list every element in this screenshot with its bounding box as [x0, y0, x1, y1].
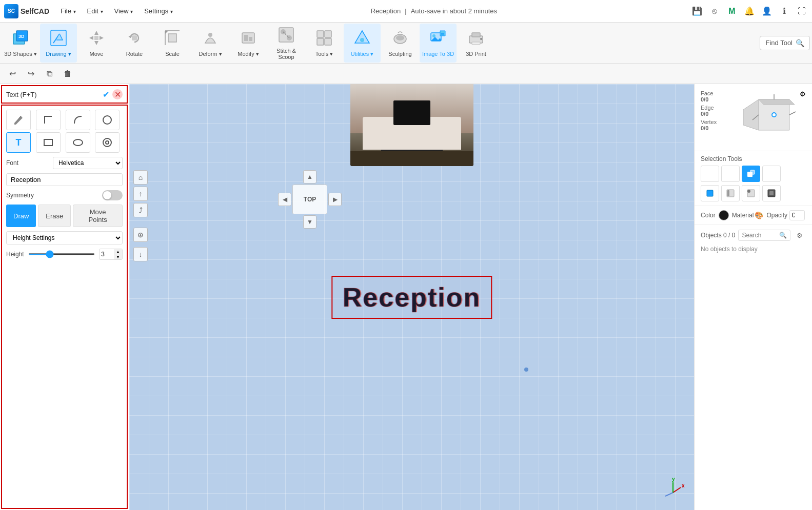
redo-button[interactable]: ↪: [23, 66, 39, 82]
tool-move[interactable]: Move: [78, 24, 115, 63]
tool-utilities[interactable]: Utilities ▾: [344, 24, 381, 63]
menu-settings[interactable]: Settings ▾: [140, 5, 177, 17]
draw-tool-circle-outline[interactable]: [95, 110, 120, 130]
zoom-nav-button[interactable]: ↑: [133, 187, 148, 201]
panel-content: T Font Helvetica Arial Times New Roman: [1, 105, 128, 509]
fullscreen-icon[interactable]: ⛶: [796, 5, 808, 17]
panel-close-icon[interactable]: ✕: [112, 89, 123, 99]
share-icon[interactable]: ⎋: [708, 5, 721, 17]
height-spin-down[interactable]: ▼: [114, 254, 122, 259]
home-nav-button[interactable]: ⌂: [133, 170, 148, 185]
face-info: Face 0/0: [701, 90, 717, 103]
shape-tool-object[interactable]: [762, 185, 781, 201]
info-icon[interactable]: ℹ: [778, 5, 790, 17]
tool-sculpting[interactable]: Sculpting: [382, 24, 419, 63]
tool-deform[interactable]: Deform ▾: [192, 24, 229, 63]
svg-rect-12: [168, 34, 176, 42]
tool-deform-label: Deform ▾: [199, 51, 222, 57]
toggle-knob: [103, 191, 111, 199]
left-nav-controls-2: ⊕ ↓: [133, 228, 148, 261]
panel-confirm-icon[interactable]: ✔: [103, 90, 109, 99]
save-icon[interactable]: 💾: [691, 5, 703, 17]
tool-3d-shapes[interactable]: 3D 3D Shapes ▾: [2, 24, 39, 63]
color-dot[interactable]: [719, 210, 729, 220]
globe-nav-button[interactable]: ⊕: [133, 228, 148, 242]
tool-tools[interactable]: Tools ▾: [306, 24, 343, 63]
tool-drawing-label: Drawing ▾: [46, 51, 71, 57]
reception-text-container[interactable]: Reception: [331, 276, 492, 319]
tool-stitch-scoop[interactable]: Stitch & Scoop: [268, 24, 305, 63]
draw-tool-pen[interactable]: [6, 110, 31, 130]
shape-tool-vertex[interactable]: [742, 185, 760, 201]
tool-image-to-3d[interactable]: Image To 3D: [420, 24, 457, 63]
symmetry-toggle[interactable]: [102, 190, 123, 200]
delete-button[interactable]: 🗑: [60, 66, 76, 82]
svg-rect-64: [750, 170, 755, 174]
search-input[interactable]: [742, 232, 779, 239]
user-icon[interactable]: 👤: [761, 5, 773, 17]
svg-rect-66: [768, 174, 775, 175]
top-center-info: Reception | Auto-save in about 2 minutes: [180, 7, 688, 15]
nav-up-button[interactable]: ▲: [303, 170, 316, 183]
svg-point-44: [103, 116, 111, 124]
app-logo[interactable]: SC SelfCAD: [4, 4, 49, 18]
objects-section: Objects 0 / 0 🔍 ⚙ No objects to display: [695, 225, 812, 510]
height-number-input[interactable]: [100, 251, 114, 258]
tool-3d-print[interactable]: 3D Print: [458, 24, 494, 63]
rotate-person-button[interactable]: ⤴: [133, 203, 148, 217]
nav-left-button[interactable]: ◀: [278, 193, 291, 206]
svg-rect-45: [44, 139, 52, 146]
material-button[interactable]: Material 🎨: [732, 211, 764, 219]
undo-button[interactable]: ↩: [4, 66, 21, 82]
tool-modify[interactable]: Modify ▾: [230, 24, 267, 63]
draw-button[interactable]: Draw: [6, 205, 36, 227]
svg-rect-11: [132, 35, 137, 40]
m-icon[interactable]: M: [726, 5, 738, 17]
draw-tool-rect[interactable]: [36, 132, 61, 153]
draw-tool-text[interactable]: T: [6, 132, 31, 153]
svg-text:x: x: [682, 483, 685, 488]
svg-marker-8: [100, 36, 104, 40]
shape-tool-face[interactable]: [701, 185, 719, 201]
sel-tool-cube-sel[interactable]: [742, 166, 760, 182]
height-settings-select[interactable]: Height Settings: [6, 231, 123, 244]
viewport[interactable]: ▲ ◀ TOP ▶ ▼ ⌂ ↑ ⤴ ⊕ ↓: [129, 84, 694, 510]
shape-tool-edge[interactable]: [721, 185, 740, 201]
find-tool-button[interactable]: Find Tool 🔍: [760, 36, 810, 50]
draw-tool-target[interactable]: [95, 132, 120, 153]
left-nav-controls: ⌂ ↑ ⤴: [133, 170, 148, 217]
bell-icon[interactable]: 🔔: [743, 5, 756, 17]
move-points-button[interactable]: Move Points: [73, 205, 123, 227]
settings-gear-icon[interactable]: ⚙: [800, 90, 806, 98]
sel-tool-layers[interactable]: [762, 166, 781, 182]
left-panel: Text (F+T) ✔ ✕ T: [0, 84, 129, 510]
material-label: Material: [732, 212, 754, 219]
draw-tool-ellipse[interactable]: [66, 132, 90, 153]
text-input[interactable]: [6, 173, 123, 186]
height-slider[interactable]: [28, 253, 95, 255]
height-spin-up[interactable]: ▲: [114, 249, 122, 254]
nav-down-button[interactable]: ▼: [303, 215, 316, 229]
font-select[interactable]: Helvetica Arial Times New Roman Courier …: [53, 157, 123, 169]
panel-title: Text (F+T): [6, 91, 100, 98]
selection-tools-label: Selection Tools: [701, 155, 806, 162]
menu-file[interactable]: File ▾: [56, 5, 80, 17]
modify-icon: [239, 29, 258, 50]
copy-button[interactable]: ⧉: [41, 66, 57, 82]
menu-edit[interactable]: Edit ▾: [83, 5, 107, 17]
tool-rotate[interactable]: Rotate: [116, 24, 153, 63]
menu-view[interactable]: View ▾: [110, 5, 137, 17]
svg-rect-20: [279, 28, 293, 42]
draw-tool-angle[interactable]: [36, 110, 61, 130]
nav-right-button[interactable]: ▶: [328, 193, 342, 206]
tool-drawing[interactable]: Drawing ▾: [40, 24, 77, 63]
sel-tool-arrow[interactable]: [701, 166, 719, 182]
down-nav-button[interactable]: ↓: [133, 247, 148, 261]
erase-button[interactable]: Erase: [38, 205, 71, 227]
tool-scale[interactable]: Scale: [154, 24, 191, 63]
draw-tool-curve[interactable]: [66, 110, 90, 130]
objects-settings-icon[interactable]: ⚙: [794, 229, 806, 241]
sel-tool-box[interactable]: [721, 166, 740, 182]
opacity-input[interactable]: [789, 210, 805, 220]
room-preview: [350, 84, 473, 166]
